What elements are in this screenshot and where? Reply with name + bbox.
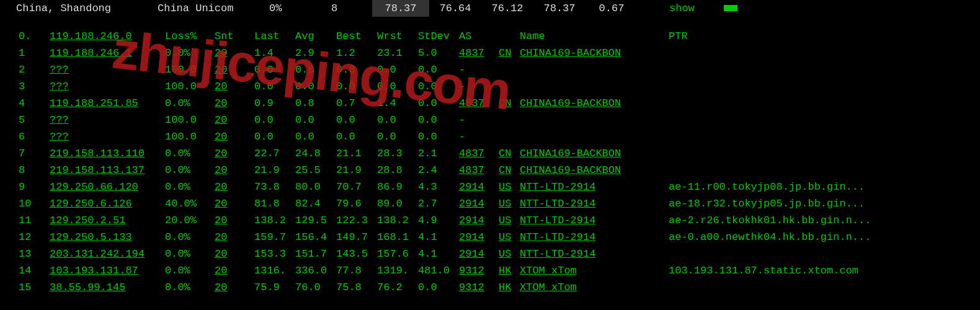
cell-last: 21.9	[254, 162, 295, 179]
cell-snt: 20	[215, 112, 254, 128]
cell-ip[interactable]: 129.250.2.51	[50, 212, 165, 229]
cell-asname: NTT-LTD-2914	[520, 246, 669, 262]
cell-snt: 20	[215, 78, 254, 95]
cell-cc: US	[499, 246, 520, 262]
cell-snt: 20	[215, 262, 254, 279]
cell-n: 3	[19, 78, 50, 95]
hop-row: 6???100.0200.00.00.00.00.0-	[0, 128, 980, 145]
hop-row: 12129.250.5.1330.0%20159.7156.4149.7168.…	[0, 229, 980, 246]
cell-last: 75.9	[254, 279, 295, 296]
hop-row: 4119.188.251.850.0%200.90.80.71.40.04837…	[0, 95, 980, 112]
cell-ip[interactable]: ???	[50, 128, 165, 145]
cell-asn: 4837	[459, 95, 499, 112]
cell-asn: 4837	[459, 162, 499, 179]
hop-row: 9129.250.66.1200.0%2073.880.070.786.94.3…	[0, 179, 980, 195]
cell-asn: -	[459, 78, 499, 95]
cell-ip[interactable]: 129.250.66.120	[50, 179, 165, 195]
cell-avg: 129.5	[295, 212, 336, 229]
header-loss: Loss%	[165, 28, 215, 45]
hop-row: 7219.158.113.1100.0%2022.724.821.128.32.…	[0, 145, 980, 162]
cell-ip[interactable]: 119.188.251.85	[50, 95, 165, 112]
cell-asn: 4837	[459, 145, 499, 162]
header-row: 0.119.188.246.0Loss%SntLastAvgBestWrstSt…	[0, 28, 980, 45]
cell-stdev: 4.1	[418, 229, 459, 246]
cell-last: 81.8	[254, 195, 295, 212]
cell-ip[interactable]: 103.193.131.87	[50, 262, 165, 279]
cell-loss: 0.0%	[165, 179, 215, 195]
cell-n: 7	[19, 145, 50, 162]
cell-last: 138.2	[254, 212, 295, 229]
cell-best: 70.7	[336, 179, 377, 195]
cell-wrst: 1.4	[377, 95, 418, 112]
cell-last: 159.7	[254, 229, 295, 246]
cell-asn: -	[459, 112, 499, 128]
cell-avg: 25.5	[295, 162, 336, 179]
cell-best: 122.3	[336, 212, 377, 229]
summary-isp: China Unicom	[158, 0, 269, 17]
cell-wrst: 1319.	[377, 262, 418, 279]
cell-last: 1.4	[254, 45, 295, 61]
cell-ip[interactable]: ???	[50, 112, 165, 128]
activity-bar-icon	[724, 5, 737, 11]
cell-loss: 0.0%	[165, 262, 215, 279]
cell-last: 22.7	[254, 145, 295, 162]
cell-ip[interactable]: ???	[50, 61, 165, 78]
cell-stdev: 481.0	[418, 262, 459, 279]
cell-loss: 100.0	[165, 61, 215, 78]
cell-ip[interactable]: ???	[50, 78, 165, 95]
cell-loss: 40.0%	[165, 195, 215, 212]
cell-snt: 20	[215, 128, 254, 145]
cell-cc: CN	[499, 162, 520, 179]
cell-asname: CHINA169-BACKBON	[520, 95, 669, 112]
cell-cc: HK	[499, 279, 520, 296]
header-asn: AS	[459, 28, 499, 45]
cell-wrst: 138.2	[377, 212, 418, 229]
cell-best: 1.2	[336, 45, 377, 61]
summary-metric-1: 76.64	[429, 0, 481, 17]
cell-ip[interactable]: 129.250.5.133	[50, 229, 165, 246]
cell-stdev: 4.9	[418, 212, 459, 229]
cell-snt: 20	[215, 179, 254, 195]
cell-stdev: 2.1	[418, 145, 459, 162]
hop-row: 1119.188.246.10.0%201.42.91.223.15.04837…	[0, 45, 980, 61]
cell-stdev: 0.0	[418, 78, 459, 95]
cell-ip[interactable]: 219.158.113.137	[50, 162, 165, 179]
cell-ip[interactable]: 203.131.242.194	[50, 246, 165, 262]
separator	[0, 17, 980, 28]
cell-n: 1	[19, 45, 50, 61]
cell-avg: 2.9	[295, 45, 336, 61]
cell-wrst: 86.9	[377, 179, 418, 195]
cell-snt: 20	[215, 246, 254, 262]
cell-ip[interactable]: 129.250.6.126	[50, 195, 165, 212]
cell-n: 8	[19, 162, 50, 179]
cell-n: 4	[19, 95, 50, 112]
cell-n: 2	[19, 61, 50, 78]
cell-best: 21.1	[336, 145, 377, 162]
cell-wrst: 0.0	[377, 128, 418, 145]
hops-list: 1119.188.246.10.0%201.42.91.223.15.04837…	[0, 45, 980, 296]
hop-row: 13203.131.242.1940.0%20153.3151.7143.515…	[0, 246, 980, 262]
cell-last: 0.0	[254, 128, 295, 145]
cell-ip[interactable]: 119.188.246.1	[50, 45, 165, 61]
cell-wrst: 28.8	[377, 162, 418, 179]
cell-best: 77.8	[336, 262, 377, 279]
cell-last: 0.0	[254, 112, 295, 128]
header-ptr: PTR	[669, 28, 688, 45]
cell-avg: 76.0	[295, 279, 336, 296]
cell-loss: 0.0%	[165, 246, 215, 262]
cell-stdev: 2.7	[418, 195, 459, 212]
cell-wrst: 23.1	[377, 45, 418, 61]
cell-ip[interactable]: 38.55.99.145	[50, 279, 165, 296]
cell-avg: 0.8	[295, 95, 336, 112]
cell-asname: XTOM xTom	[520, 262, 669, 279]
cell-wrst: 89.0	[377, 195, 418, 212]
cell-asname: CHINA169-BACKBON	[520, 45, 669, 61]
show-link[interactable]: show	[669, 0, 713, 17]
cell-snt: 20	[215, 195, 254, 212]
summary-metric-4: 0.67	[586, 0, 638, 17]
cell-snt: 20	[215, 212, 254, 229]
hop-row: 11129.250.2.5120.0%20138.2129.5122.3138.…	[0, 212, 980, 229]
cell-asname: NTT-LTD-2914	[520, 212, 669, 229]
cell-ip[interactable]: 219.158.113.110	[50, 145, 165, 162]
cell-loss: 0.0%	[165, 145, 215, 162]
